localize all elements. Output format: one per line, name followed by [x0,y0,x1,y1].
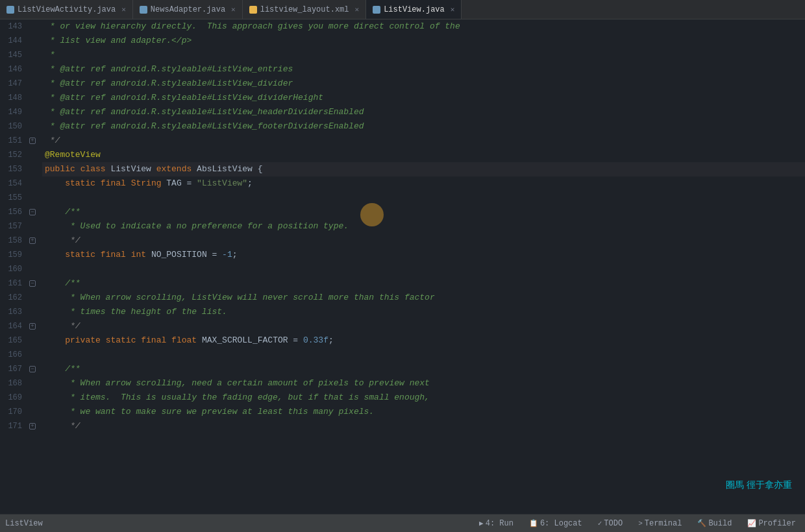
line-number: 164 [0,322,27,331]
code-row: static final int NO_POSITION = -1; [42,248,805,262]
line-number: 148 [0,93,27,103]
tab-label: listview_layout.xml [260,5,349,14]
profiler-button-icon: 📈 [747,519,756,527]
tab-label: ListView.java [384,5,445,14]
tab-close-icon[interactable]: ✕ [121,5,126,14]
profiler-button[interactable]: 📈Profiler [743,514,800,532]
line-number: 160 [0,265,27,274]
code-text: */ [42,319,80,333]
run-button-icon: ▶ [479,519,484,527]
gutter-row: 158+ [0,234,42,248]
watermark: 圈馬 徑于拿亦重 [726,479,792,491]
tab-close-icon[interactable]: ✕ [355,5,360,14]
line-number: 146 [0,65,27,74]
line-number: 158 [0,236,27,245]
line-number: 156 [0,208,27,217]
tab-icon [373,6,380,14]
code-row: * @attr ref android.R.styleable#ListView… [42,119,805,134]
tab-label: NewsAdapter.java [151,5,225,14]
build-button[interactable]: 🔨Build [693,514,736,532]
gutter-row: 145 [0,48,42,62]
terminal-button-label: Terminal [645,519,682,528]
logcat-button[interactable]: 📋6: Logcat [525,514,586,532]
code-row: * Used to indicate a no preference for a… [42,219,805,234]
code-row: * When arrow scrolling, need a certain a… [42,376,805,391]
line-number: 166 [0,350,27,359]
code-row: /** [42,205,805,219]
gutter-row: 155 [0,191,42,205]
logcat-button-label: 6: Logcat [540,519,582,528]
code-text [42,348,50,362]
gutter-row: 171+ [0,419,42,433]
todo-button-icon: ✓ [598,519,602,527]
line-number: 159 [0,250,27,260]
code-text: * @attr ref android.R.styleable#ListView… [42,91,323,105]
code-text: private static final float MAX_SCROLL_FA… [42,333,334,348]
fold-col[interactable]: + [27,323,38,330]
code-row: * times the height of the list. [42,305,805,319]
tab-tab1[interactable]: ListViewActivity.java✕ [0,0,133,19]
status-bar: ListView▶4: Run📋6: Logcat✓TODO>Terminal🔨… [0,514,805,532]
code-row: * @attr ref android.R.styleable#ListView… [42,62,805,77]
code-row: * @attr ref android.R.styleable#ListView… [42,91,805,105]
code-row: * list view and adapter.</p> [42,34,805,48]
line-number: 167 [0,365,27,374]
gutter-row: 157 [0,219,42,234]
code-text [42,191,50,205]
code-text: */ [42,419,80,433]
gutter-row: 148 [0,91,42,105]
line-number: 151 [0,136,27,145]
line-number: 153 [0,165,27,174]
code-panel: * or view hierarchy directly. This appro… [42,19,805,514]
fold-col[interactable]: − [27,366,38,372]
code-text: * When arrow scrolling, need a certain a… [42,376,430,391]
gutter-row: 164+ [0,319,42,333]
gutter-row: 143 [0,19,42,34]
code-row: * @attr ref android.R.styleable#ListView… [42,77,805,91]
code-text: static final String TAG = "ListView"; [42,176,253,191]
build-button-label: Build [708,519,732,528]
profiler-button-label: Profiler [758,519,796,528]
tab-close-icon[interactable]: ✕ [231,5,236,14]
build-button-icon: 🔨 [697,519,706,527]
run-button[interactable]: ▶4: Run [475,514,517,532]
code-row: * When arrow scrolling, ListView will ne… [42,291,805,305]
gutter-row: 150 [0,119,42,134]
bottom-file-label: ListView [5,519,43,528]
fold-col[interactable]: + [27,423,38,429]
code-text: * Used to indicate a no preference for a… [42,219,349,234]
code-row [42,348,805,362]
code-text: */ [42,234,80,248]
tab-bar: ListViewActivity.java✕NewsAdapter.java✕l… [0,0,805,19]
editor-area: 143144145146147148149150151+152153154155… [0,19,805,514]
gutter-row: 168 [0,376,42,391]
code-row: @RemoteView [42,148,805,162]
fold-col[interactable]: − [27,209,38,215]
gutter-row: 146 [0,62,42,77]
code-text: @RemoteView [42,148,101,162]
code-row: */ [42,319,805,333]
gutter-row: 169 [0,391,42,405]
fold-col[interactable]: − [27,280,38,287]
tab-tab3[interactable]: listview_layout.xml✕ [243,0,366,19]
terminal-button-icon: > [638,520,643,527]
fold-col[interactable]: + [27,138,38,144]
code-text: * items. This is usually the fading edge… [42,391,430,405]
gutter-row: 156− [0,205,42,219]
tab-tab4[interactable]: ListView.java✕ [366,0,462,19]
fold-col[interactable]: + [27,237,38,244]
todo-button[interactable]: ✓TODO [594,514,626,532]
code-row: * or view hierarchy directly. This appro… [42,19,805,34]
code-text: * @attr ref android.R.styleable#ListView… [42,119,364,134]
editor-main: 143144145146147148149150151+152153154155… [0,19,805,514]
tab-tab2[interactable]: NewsAdapter.java✕ [133,0,243,19]
gutter-row: 144 [0,34,42,48]
code-row: */ [42,419,805,433]
code-row: public class ListView extends AbsListVie… [42,162,805,176]
code-text: * When arrow scrolling, ListView will ne… [42,291,435,305]
tab-close-icon[interactable]: ✕ [451,5,455,14]
code-row: /** [42,276,805,291]
code-text: static final int NO_POSITION = -1; [42,248,238,262]
terminal-button[interactable]: >Terminal [634,514,686,532]
gutter-row: 160 [0,262,42,276]
